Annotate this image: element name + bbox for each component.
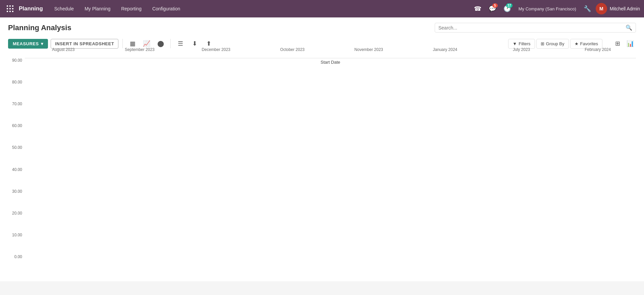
y-axis-label: 0.00 (14, 254, 22, 259)
search-input[interactable] (438, 25, 626, 31)
y-axis: 90.0080.0070.0060.0050.0040.0030.0020.00… (8, 58, 25, 276)
svg-rect-3 (7, 8, 8, 9)
svg-rect-7 (9, 11, 11, 12)
chart-area: August 2023September 2023December 2023Oc… (25, 58, 636, 58)
y-axis-label: 60.00 (12, 123, 22, 128)
x-axis-label: February 2024 (559, 41, 636, 58)
nav-right-section: ☎ 💬 5 🕐 37 My Company (San Francisco) 🔧 … (472, 3, 640, 15)
nav-my-planning[interactable]: My Planning (80, 4, 115, 13)
main-content: Planning Analysis 🔍 MEASURES ▾ INSERT IN… (0, 17, 644, 281)
search-icon[interactable]: 🔍 (626, 24, 632, 31)
app-name: Planning (19, 5, 43, 12)
activity-icon-btn[interactable]: 🕐 37 (501, 3, 513, 15)
support-icon: ☎ (474, 5, 481, 12)
y-axis-label: 40.00 (12, 167, 22, 172)
company-name[interactable]: My Company (San Francisco) (516, 6, 579, 11)
x-axis-label: September 2023 (102, 41, 178, 58)
top-navigation: Planning Schedule My Planning Reporting … (0, 0, 644, 17)
y-axis-label: 50.00 (12, 145, 22, 150)
x-axis-label: August 2023 (25, 41, 102, 58)
chart-container: 90.0080.0070.0060.0050.0040.0030.0020.00… (8, 55, 636, 276)
svg-rect-2 (12, 5, 13, 7)
chart-plot: August 2023September 2023December 2023Oc… (25, 58, 636, 276)
x-axis-label: December 2023 (178, 41, 254, 58)
page-header: Planning Analysis 🔍 (8, 23, 636, 33)
nav-schedule[interactable]: Schedule (50, 4, 78, 13)
x-axis-label: October 2023 (254, 41, 331, 58)
svg-rect-5 (12, 8, 13, 9)
username[interactable]: Mitchell Admin (610, 6, 640, 11)
y-axis-label: 70.00 (12, 102, 22, 106)
x-axis-title: Start Date (25, 60, 636, 65)
x-axis-label: July 2023 (483, 41, 560, 58)
support-icon-btn[interactable]: ☎ (472, 3, 484, 15)
chat-icon-btn[interactable]: 💬 5 (486, 3, 498, 15)
nav-reporting[interactable]: Reporting (116, 4, 146, 13)
svg-rect-6 (7, 11, 8, 12)
page-title: Planning Analysis (8, 23, 435, 32)
x-axis-label: January 2024 (407, 41, 483, 58)
activity-badge: 37 (506, 3, 513, 8)
chart-inner: 90.0080.0070.0060.0050.0040.0030.0020.00… (8, 58, 636, 276)
svg-rect-1 (9, 5, 11, 7)
chat-badge: 5 (492, 3, 498, 8)
svg-rect-4 (9, 8, 11, 9)
x-axis-label: November 2023 (331, 41, 407, 58)
nav-configuration[interactable]: Configuration (148, 4, 185, 13)
y-axis-label: 30.00 (12, 189, 22, 194)
search-bar: 🔍 (435, 23, 636, 33)
avatar[interactable]: M (596, 3, 607, 14)
svg-rect-8 (12, 11, 13, 12)
y-axis-label: 20.00 (12, 211, 22, 216)
settings-icon[interactable]: 🔧 (582, 3, 593, 14)
y-axis-label: 10.00 (12, 233, 22, 237)
app-grid-icon[interactable] (4, 3, 16, 15)
x-axis: August 2023September 2023December 2023Oc… (25, 41, 636, 58)
svg-rect-0 (7, 5, 8, 7)
y-axis-label: 80.00 (12, 80, 22, 84)
y-axis-label: 90.00 (12, 58, 22, 63)
